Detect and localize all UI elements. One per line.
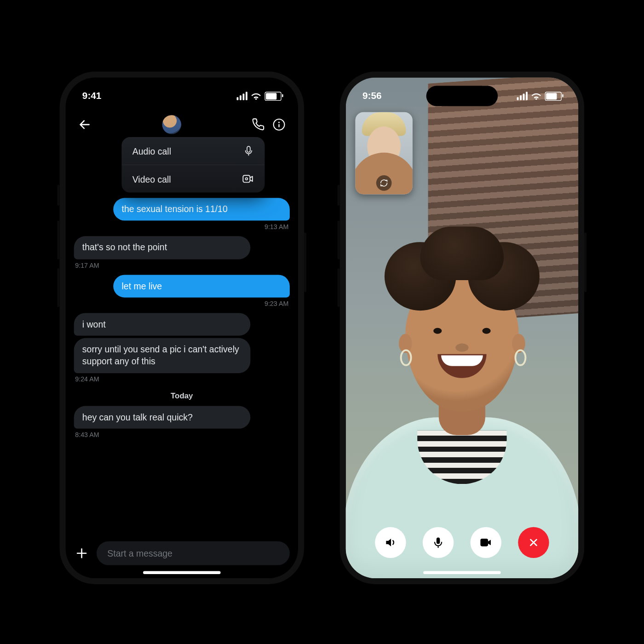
menu-item-audio-call[interactable]: Audio call [121, 137, 264, 165]
dynamic-island [426, 86, 498, 106]
svg-rect-2 [278, 124, 279, 127]
message-input[interactable]: Start a message [97, 541, 290, 565]
status-time: 9:56 [362, 91, 382, 101]
remote-caller-portrait [346, 221, 578, 579]
cellular-icon [237, 92, 247, 100]
camera-button[interactable] [471, 527, 501, 558]
switch-camera-button[interactable] [376, 175, 392, 191]
timestamp: 9:24 AM [75, 375, 288, 383]
svg-point-1 [278, 122, 280, 123]
speaker-icon [384, 536, 397, 549]
message-in[interactable]: that's so not the point [74, 236, 250, 259]
battery-icon [545, 92, 562, 100]
status-time: 9:41 [82, 91, 102, 101]
contact-avatar[interactable] [162, 115, 181, 134]
volume-up-button[interactable] [338, 185, 340, 206]
close-icon [528, 536, 540, 548]
switch-camera-icon [380, 179, 388, 187]
message-out[interactable]: the sexual tension is 11/10 [113, 198, 289, 221]
mute-button[interactable] [423, 527, 454, 558]
call-controls [346, 527, 578, 558]
menu-label: Video call [132, 174, 171, 184]
video-icon [242, 173, 254, 184]
screen-right: 9:56 [346, 77, 578, 578]
microphone-icon [243, 145, 254, 156]
volume-down-button[interactable] [338, 221, 340, 259]
timestamp: 9:13 AM [75, 223, 288, 230]
home-indicator[interactable] [143, 571, 220, 574]
call-menu: Audio call Video call [121, 137, 264, 193]
message-out[interactable]: let me live [113, 275, 289, 298]
svg-rect-5 [480, 539, 488, 546]
silent-switch[interactable] [57, 268, 59, 307]
composer: Start a message [66, 541, 298, 565]
plus-icon [75, 546, 88, 560]
cellular-icon [517, 92, 528, 100]
dynamic-island [146, 86, 218, 106]
call-button[interactable] [250, 116, 267, 133]
speaker-button[interactable] [375, 527, 406, 558]
wifi-icon [251, 92, 261, 100]
phone-frame-left: 9:41 [60, 72, 304, 585]
add-attachment-button[interactable] [74, 546, 90, 561]
home-indicator[interactable] [423, 571, 500, 574]
svg-point-4 [246, 178, 248, 180]
end-call-button[interactable] [518, 527, 549, 558]
wifi-icon [531, 92, 541, 100]
message-placeholder: Start a message [107, 548, 172, 558]
power-button[interactable] [584, 232, 586, 292]
message-in[interactable]: hey can you talk real quick? [74, 406, 250, 429]
back-button[interactable] [76, 116, 93, 133]
day-separator: Today [74, 391, 290, 400]
svg-rect-3 [243, 175, 250, 182]
message-list: the sexual tension is 11/10 9:13 AM that… [66, 137, 298, 527]
power-button[interactable] [304, 232, 306, 292]
silent-switch[interactable] [338, 268, 340, 307]
conversation-header [66, 111, 298, 138]
menu-item-video-call[interactable]: Video call [121, 165, 264, 193]
phone-frame-right: 9:56 [340, 72, 584, 585]
battery-icon [264, 92, 281, 100]
menu-label: Audio call [132, 146, 171, 156]
self-view-thumbnail[interactable] [355, 112, 412, 195]
screen-left: 9:41 [66, 77, 298, 578]
timestamp: 9:17 AM [75, 261, 288, 269]
volume-down-button[interactable] [57, 221, 59, 259]
message-in[interactable]: sorry until you send a pic i can't activ… [74, 338, 250, 373]
info-button[interactable] [270, 116, 287, 133]
timestamp: 8:43 AM [75, 431, 288, 438]
message-in[interactable]: i wont [74, 313, 250, 336]
microphone-icon [432, 536, 444, 549]
video-icon [479, 536, 493, 548]
volume-up-button[interactable] [57, 185, 59, 206]
timestamp: 9:23 AM [75, 300, 288, 307]
